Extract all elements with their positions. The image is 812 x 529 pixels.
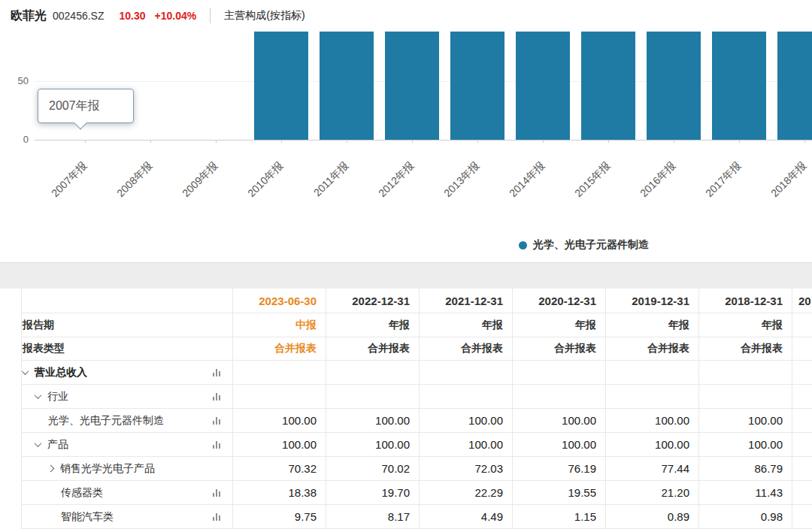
column-header-report: 合并报表: [233, 337, 326, 360]
stock-change-percent: +10.04%: [155, 10, 197, 22]
value-cell: 100.00: [699, 409, 792, 432]
value-cell: 100.00: [420, 433, 513, 456]
chevron-down-icon[interactable]: [35, 391, 42, 399]
row-label: 销售光学光电子产品: [60, 462, 155, 476]
chevron-down-icon[interactable]: [22, 367, 29, 375]
chevron-down-icon[interactable]: [35, 440, 42, 447]
value-cell: [792, 505, 812, 528]
column-header-date: 2023-06-30: [233, 289, 326, 313]
table-row: 产品100.00100.00100.00100.00100.00100.00: [21, 433, 812, 457]
value-cell: 100.00: [326, 409, 420, 432]
tab-main-composition[interactable]: 主营构成(按指标): [224, 9, 304, 23]
value-cell: 21.20: [606, 481, 699, 504]
row-header-report-type: 报表类型: [21, 337, 233, 360]
chart-bar[interactable]: [581, 32, 635, 140]
chart-bar[interactable]: [712, 32, 766, 140]
table-row: 销售光学光电子产品70.3270.0272.0376.1977.4486.79: [21, 457, 812, 481]
value-cell: [699, 361, 792, 384]
column-header-period: 年报: [420, 313, 513, 337]
column-header-period: 年报: [699, 313, 792, 337]
chevron-right-icon[interactable]: [47, 465, 55, 473]
table-row: 智能汽车类9.758.174.491.150.890.98: [21, 505, 812, 529]
section-divider-band: [0, 262, 812, 289]
row-label: 光学、光电子元器件制造: [48, 414, 164, 428]
value-cell: 22.29: [420, 481, 513, 504]
value-cell: 1.15: [513, 505, 606, 528]
stock-code: 002456.SZ: [53, 10, 105, 22]
chart-bar[interactable]: [777, 32, 812, 140]
value-cell: [792, 409, 812, 432]
column-header-period: 中报: [233, 313, 326, 337]
column-header-report: 合并报表: [699, 337, 792, 360]
tooltip-label: 2007年报: [49, 98, 100, 114]
column-header-date: 2018-12-31: [699, 289, 792, 313]
chart-bar[interactable]: [320, 32, 374, 140]
value-cell: 19.70: [326, 481, 420, 504]
value-cell: 70.32: [233, 457, 326, 480]
value-cell: [420, 361, 513, 384]
topbar: 欧菲光 002456.SZ 10.30 +10.04% 主营构成(按指标): [0, 0, 812, 32]
table-row: 传感器类18.3819.7022.2919.5521.2011.43: [21, 481, 812, 505]
column-header-date: 2019-12-31: [606, 289, 699, 313]
table-row: 营业总收入: [21, 361, 812, 385]
vertical-divider: [210, 8, 211, 23]
row-label: 产品: [47, 438, 68, 452]
value-cell: 100.00: [606, 433, 699, 456]
column-header-date: 2022-12-31: [326, 289, 420, 313]
column-header-period: [792, 313, 812, 337]
value-cell: 76.19: [513, 457, 606, 480]
value-cell: [420, 385, 513, 408]
mini-bar-chart-icon[interactable]: [213, 513, 222, 521]
value-cell: 100.00: [233, 409, 326, 432]
column-header-period: 年报: [326, 313, 420, 337]
value-cell: [699, 385, 792, 408]
value-cell: 77.44: [606, 457, 699, 480]
mini-bar-chart-icon[interactable]: [213, 441, 222, 449]
mini-bar-chart-icon[interactable]: [213, 393, 222, 401]
row-label-cell: 销售光学光电子产品: [21, 457, 233, 480]
value-cell: 19.55: [513, 481, 606, 504]
value-cell: 18.38: [233, 481, 326, 504]
value-cell: [792, 457, 812, 480]
mini-bar-chart-icon[interactable]: [213, 417, 222, 425]
chart-bar[interactable]: [254, 32, 308, 140]
table-row: 报告期中报年报年报年报年报年报: [21, 313, 812, 337]
value-cell: [606, 361, 699, 384]
value-cell: 9.75: [233, 505, 326, 528]
value-cell: [326, 385, 420, 408]
row-label: 营业总收入: [35, 366, 87, 379]
stock-price: 10.30: [120, 10, 146, 22]
column-header-report: 合并报表: [420, 337, 513, 360]
value-cell: 8.17: [326, 505, 420, 528]
chart-bar[interactable]: [385, 32, 439, 140]
bar-chart: 50 0 2007年报2008年报2009年报2010年报2011年报2012年…: [0, 32, 812, 233]
table-row: 光学、光电子元器件制造100.00100.00100.00100.00100.0…: [21, 409, 812, 433]
row-label-cell: 光学、光电子元器件制造: [21, 409, 233, 432]
chart-bar[interactable]: [450, 32, 504, 140]
legend-label: 光学、光电子元器件制造: [533, 238, 649, 252]
column-header-date: 2021-12-31: [420, 289, 513, 313]
value-cell: [513, 361, 606, 384]
row-label-cell: 智能汽车类: [21, 505, 233, 528]
value-cell: [233, 385, 326, 408]
value-cell: 0.89: [606, 505, 699, 528]
column-header-report: [792, 337, 812, 360]
value-cell: [606, 385, 699, 408]
chart-legend[interactable]: 光学、光电子元器件制造: [519, 234, 649, 255]
value-cell: 100.00: [513, 409, 606, 432]
row-label-cell: 产品: [21, 433, 233, 456]
column-header-period: 年报: [513, 313, 606, 337]
table-row: 报表类型合并报表合并报表合并报表合并报表合并报表合并报表: [21, 337, 812, 361]
x-axis-line: [35, 140, 812, 141]
chart-bar[interactable]: [516, 32, 570, 140]
value-cell: 4.49: [420, 505, 513, 528]
mini-bar-chart-icon[interactable]: [213, 369, 222, 376]
row-label-cell: 传感器类: [21, 481, 233, 504]
legend-marker-icon: [519, 241, 527, 249]
column-header-date: 2020-12-31: [513, 289, 606, 313]
table-row: 行业: [21, 385, 812, 409]
value-cell: 100.00: [233, 433, 326, 456]
value-cell: [792, 361, 812, 384]
mini-bar-chart-icon[interactable]: [213, 489, 222, 497]
chart-bar[interactable]: [647, 32, 701, 140]
